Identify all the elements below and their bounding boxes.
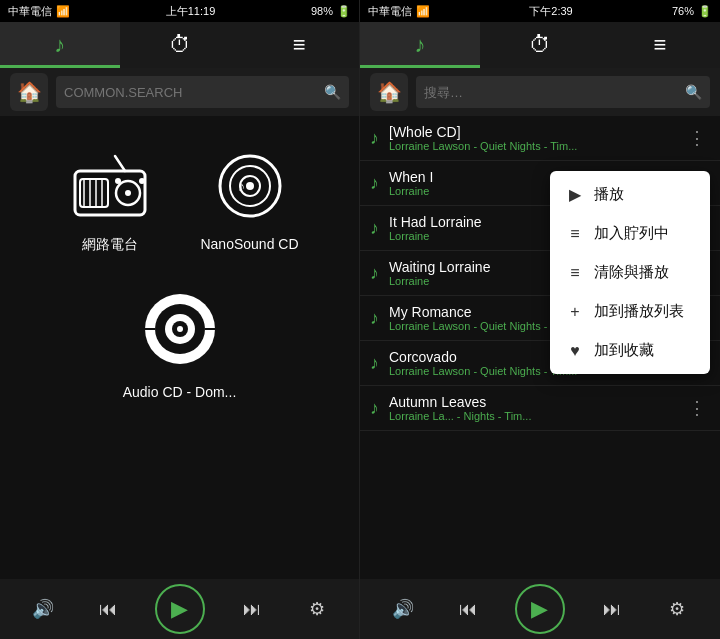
left-speaker-icon: 🔊 [32,598,54,620]
ctx-clear-play[interactable]: ≡ 清除與播放 [550,253,710,292]
ctx-play[interactable]: ▶ 播放 [550,175,710,214]
left-status-left: 中華電信 📶 [8,4,70,19]
ctx-add-label: 加到播放列表 [594,302,684,321]
right-tab-menu[interactable]: ≡ [600,22,720,68]
song-more-6[interactable]: ⋮ [684,397,710,419]
song-title-6: Autumn Leaves [389,394,684,410]
right-prev-button[interactable]: ⏮ [450,591,486,627]
song-item-6[interactable]: ♪ Autumn Leaves Lorraine La... - Nights … [360,386,720,431]
song-subtitle-6: Lorraine La... - Nights - Tim... [389,410,684,422]
right-search-input[interactable] [424,85,679,100]
right-music-icon: ♪ [415,32,426,58]
ctx-add-playlist[interactable]: + 加到播放列表 [550,292,710,331]
right-play-icon: ▶ [531,596,548,622]
right-search-icon: 🔍 [685,84,702,100]
right-play-button[interactable]: ▶ [515,584,565,634]
nanosound-label: NanoSound CD [200,236,298,252]
audiocd-label: Audio CD - Dom... [123,384,237,400]
ctx-play-icon: ▶ [566,185,584,204]
song-subtitle-0: Lorraine Lawson - Quiet Nights - Tim... [389,140,684,152]
svg-point-9 [115,178,121,184]
left-settings-button[interactable]: ⚙ [299,591,335,627]
left-music-icon: ♪ [54,32,65,58]
left-speaker-button[interactable]: 🔊 [25,591,61,627]
svg-text:♪: ♪ [238,178,245,194]
left-battery-icon: 🔋 [337,5,351,18]
song-info-0: [Whole CD] Lorraine Lawson - Quiet Night… [389,124,684,152]
left-search-icon: 🔍 [324,84,341,100]
right-next-icon: ⏭ [603,599,621,620]
ctx-fav-icon: ♥ [566,342,584,360]
ctx-enqueue-label: 加入貯列中 [594,224,669,243]
left-prev-button[interactable]: ⏮ [90,591,126,627]
left-search-input[interactable] [64,85,318,100]
radio-icon-box [60,146,160,226]
right-search-wrap: 🔍 [416,76,710,108]
left-play-button[interactable]: ▶ [155,584,205,634]
audiocd-item[interactable]: Audio CD - Dom... [123,284,237,400]
svg-point-10 [139,178,145,184]
nanosound-icon-box: ♪ [200,146,300,226]
song-note-4: ♪ [370,308,379,329]
left-home-button[interactable]: 🏠 [10,73,48,111]
song-title-0: [Whole CD] [389,124,684,140]
context-menu: ▶ 播放 ≡ 加入貯列中 ≡ 清除與播放 + 加到播放列表 ♥ 加到收藏 [550,171,710,374]
song-note-6: ♪ [370,398,379,419]
left-tab-music[interactable]: ♪ [0,22,120,68]
right-speaker-icon: 🔊 [392,598,414,620]
radio-item[interactable]: 網路電台 [60,146,160,254]
song-info-6: Autumn Leaves Lorraine La... - Nights - … [389,394,684,422]
right-menu-icon: ≡ [654,32,667,58]
right-history-icon: ⏱ [529,32,551,58]
song-more-0[interactable]: ⋮ [684,127,710,149]
ctx-enqueue[interactable]: ≡ 加入貯列中 [550,214,710,253]
right-wifi-icon: 📶 [416,5,430,18]
audiocd-icon-box [125,284,235,374]
left-next-button[interactable]: ⏭ [234,591,270,627]
right-status-bar: 中華電信 📶 下午2:39 76% 🔋 [360,0,720,22]
left-wifi-icon: 📶 [56,5,70,18]
right-tab-history[interactable]: ⏱ [480,22,600,68]
left-tab-menu[interactable]: ≡ [239,22,359,68]
svg-point-7 [125,190,131,196]
right-battery-icon: 🔋 [698,5,712,18]
svg-point-14 [246,182,254,190]
left-prev-icon: ⏮ [99,599,117,620]
right-next-button[interactable]: ⏭ [594,591,630,627]
svg-rect-0 [75,171,145,215]
song-item-1[interactable]: ♪ When I Lorraine ▶ 播放 ≡ 加入貯列中 ≡ 清除與播放 [360,161,720,206]
left-tab-bar: ♪ ⏱ ≡ [0,22,359,68]
right-time: 下午2:39 [529,4,572,19]
left-search-bar: 🏠 🔍 [0,68,359,116]
right-panel: 中華電信 📶 下午2:39 76% 🔋 ♪ ⏱ ≡ 🏠 🔍 ♪ [360,0,720,639]
audiocd-svg-icon [135,289,225,369]
right-carrier: 中華電信 [368,4,412,19]
ctx-favorite[interactable]: ♥ 加到收藏 [550,331,710,370]
nanosound-svg-icon: ♪ [210,151,290,221]
song-note-5: ♪ [370,353,379,374]
left-carrier: 中華電信 [8,4,52,19]
left-battery: 98% [311,5,333,17]
right-status-left: 中華電信 📶 [368,4,430,19]
left-play-icon: ▶ [171,596,188,622]
ctx-clear-label: 清除與播放 [594,263,669,282]
right-song-list: ♪ [Whole CD] Lorraine Lawson - Quiet Nig… [360,116,720,579]
right-home-button[interactable]: 🏠 [370,73,408,111]
nanosound-item[interactable]: ♪ NanoSound CD [200,146,300,252]
left-tab-history[interactable]: ⏱ [120,22,240,68]
song-note-2: ♪ [370,218,379,239]
left-icon-row: 網路電台 ♪ NanoSound CD [60,146,300,254]
right-tab-music[interactable]: ♪ [360,22,480,68]
right-status-right: 76% 🔋 [672,5,712,18]
svg-point-20 [177,326,183,332]
right-search-bar: 🏠 🔍 [360,68,720,116]
right-speaker-button[interactable]: 🔊 [385,591,421,627]
song-item-0[interactable]: ♪ [Whole CD] Lorraine Lawson - Quiet Nig… [360,116,720,161]
ctx-play-label: 播放 [594,185,624,204]
left-panel: 中華電信 📶 上午11:19 98% 🔋 ♪ ⏱ ≡ 🏠 🔍 [0,0,360,639]
right-bottom-bar: 🔊 ⏮ ▶ ⏭ ⚙ [360,579,720,639]
song-note-3: ♪ [370,263,379,284]
ctx-fav-label: 加到收藏 [594,341,654,360]
left-content: 網路電台 ♪ NanoSound CD [0,116,359,579]
right-settings-button[interactable]: ⚙ [659,591,695,627]
